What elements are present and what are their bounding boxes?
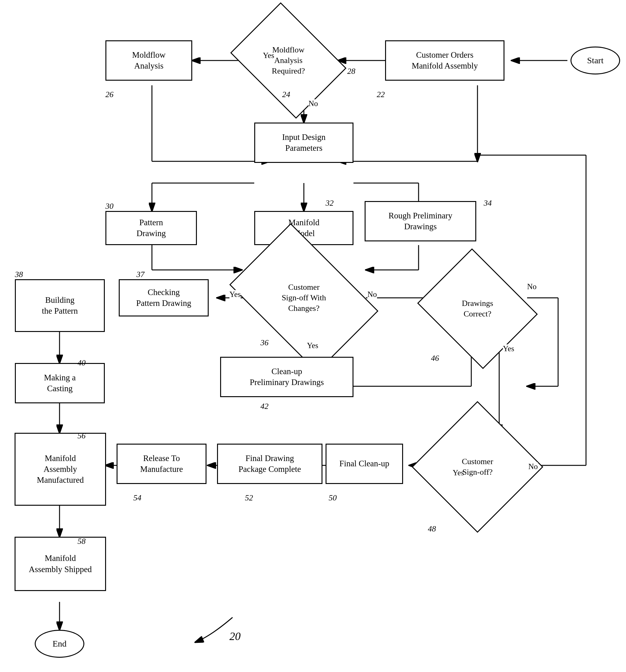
manifold-shipped-node: ManifoldAssembly Shipped [15, 537, 106, 591]
label-52: 52 [245, 493, 253, 503]
making-casting-label: Making aCasting [44, 372, 76, 394]
pattern-drawing-node: PatternDrawing [105, 211, 197, 245]
moldflow-analysis-label: MoldflowAnalysis [132, 50, 166, 71]
label-42: 42 [260, 402, 269, 411]
label-32: 32 [326, 198, 334, 208]
manifold-manufactured-label: ManifoldAssemblyManufactured [37, 453, 84, 485]
customer-signoff-node: CustomerSign-off? [431, 421, 524, 513]
yes-drawings-correct: Yes [503, 344, 514, 353]
rough-preliminary-label: Rough PreliminaryDrawings [389, 210, 452, 232]
label-30: 30 [105, 202, 114, 211]
customer-signoff-label: CustomerSign-off? [460, 455, 495, 479]
label-54: 54 [133, 493, 142, 503]
label-48: 48 [428, 524, 436, 534]
drawings-correct-label: DrawingsCorrect? [460, 296, 495, 321]
final-drawing-label: Final DrawingPackage Complete [239, 453, 301, 475]
moldflow-analysis-node: MoldflowAnalysis [105, 40, 192, 81]
label-26: 26 [105, 90, 114, 99]
label-36: 36 [260, 338, 269, 347]
yes-signoff-changes-down: Yes [307, 341, 318, 350]
label-28: 28 [347, 67, 355, 76]
label-22: 22 [377, 90, 385, 99]
final-cleanup-label: Final Clean-up [339, 458, 389, 469]
label-38: 38 [15, 270, 23, 279]
cleanup-preliminary-label: Clean-upPreliminary Drawings [250, 366, 324, 388]
rough-preliminary-node: Rough PreliminaryDrawings [365, 201, 476, 241]
checking-pattern-node: CheckingPattern Drawing [119, 279, 209, 316]
final-cleanup-node: Final Clean-up [326, 443, 403, 484]
final-drawing-node: Final DrawingPackage Complete [217, 443, 322, 484]
label-24: 24 [282, 90, 290, 99]
customer-signoff-changes-label: CustomerSign-off WithChanges? [280, 281, 327, 315]
label-20: 20 [229, 630, 241, 643]
label-40: 40 [77, 358, 85, 368]
pattern-drawing-label: PatternDrawing [136, 217, 166, 239]
cleanup-preliminary-node: Clean-upPreliminary Drawings [220, 357, 353, 397]
end-label: End [52, 639, 66, 649]
input-design-node: Input DesignParameters [254, 123, 353, 163]
moldflow-required-label: MoldflowAnalysisRequired? [270, 43, 307, 77]
customer-orders-label: Customer OrdersManifold Assembly [412, 50, 478, 71]
building-pattern-label: Buildingthe Pattern [42, 295, 78, 316]
drawings-correct-node: DrawingsCorrect? [431, 270, 524, 347]
label-46: 46 [431, 354, 439, 363]
no-moldflow: No [308, 99, 318, 108]
making-casting-node: Making aCasting [15, 363, 105, 403]
release-manufacture-node: Release ToManufacture [117, 443, 206, 484]
building-pattern-node: Buildingthe Pattern [15, 279, 105, 332]
manifold-shipped-label: ManifoldAssembly Shipped [29, 553, 92, 575]
label-58: 58 [77, 537, 85, 546]
no-signoff-changes: No [368, 290, 377, 299]
flowchart: Start Customer OrdersManifold Assembly M… [0, 0, 626, 672]
no-drawings-correct: No [527, 282, 537, 291]
manifold-manufactured-node: ManifoldAssemblyManufactured [15, 433, 106, 506]
label-34: 34 [484, 198, 492, 208]
input-design-label: Input DesignParameters [282, 132, 326, 153]
customer-signoff-changes-node: CustomerSign-off WithChanges? [242, 255, 366, 341]
label-56: 56 [77, 431, 85, 440]
no-customer-signoff: No [528, 462, 538, 471]
start-node: Start [571, 47, 620, 74]
end-node: End [35, 630, 84, 658]
label-50: 50 [329, 493, 337, 503]
checking-pattern-label: CheckingPattern Drawing [136, 287, 191, 309]
moldflow-required-node: MoldflowAnalysisRequired? [242, 25, 335, 96]
start-label: Start [587, 55, 604, 66]
customer-orders-node: Customer OrdersManifold Assembly [385, 40, 504, 81]
yes-signoff-changes-left: Yes [229, 290, 241, 299]
label-37: 37 [136, 270, 145, 279]
release-manufacture-label: Release ToManufacture [140, 453, 183, 475]
